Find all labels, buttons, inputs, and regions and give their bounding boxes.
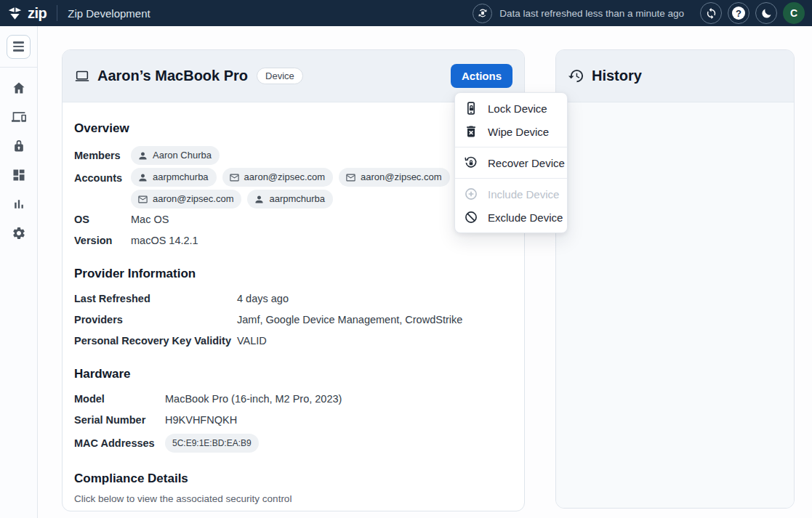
- zip-logo-icon: [7, 6, 23, 21]
- os-row: OS Mac OS: [74, 212, 512, 227]
- mail-icon: [137, 194, 148, 205]
- os-label: OS: [74, 212, 131, 227]
- account-chip[interactable]: aaron@zipsec.com: [339, 168, 449, 187]
- account-chip[interactable]: aarpmchurba: [131, 168, 217, 187]
- sidebar-toggle-button[interactable]: [7, 35, 31, 59]
- history-title: History: [592, 68, 642, 84]
- help-icon: ?: [732, 7, 745, 20]
- user-icon: [254, 194, 265, 205]
- mac-address-chip: 5C:E9:1E:BD:EA:B9: [165, 434, 259, 453]
- recover-device-icon: [464, 155, 478, 170]
- theme-toggle-button[interactable]: [755, 2, 777, 24]
- compliance-heading: Compliance Details: [74, 472, 512, 486]
- history-card: History: [555, 49, 795, 509]
- device-sync-icon: [473, 4, 492, 23]
- menu-item-wipe-device[interactable]: Wipe Device: [455, 120, 567, 143]
- sidebar-item-security[interactable]: [0, 131, 37, 161]
- mail-icon: [345, 172, 356, 183]
- actions-menu: Lock Device Wipe Device: [454, 92, 568, 233]
- brand-logo: zip: [7, 5, 47, 22]
- mac-addresses-label: MAC Addresses: [74, 436, 165, 450]
- page-title: Aaron’s MacBook Pro: [97, 68, 248, 84]
- brand-text: zip: [28, 5, 47, 22]
- include-device-icon: [464, 187, 478, 201]
- workspace-title: Zip Development: [68, 7, 150, 20]
- account-chip[interactable]: aaron@zipsec.com: [222, 168, 333, 187]
- sidebar-item-reports[interactable]: [0, 190, 37, 219]
- history-icon: [568, 68, 584, 84]
- account-chip[interactable]: aarpmchurba: [247, 190, 333, 209]
- mac-addresses-row: MAC Addresses 5C:E9:1E:BD:EA:B9: [74, 434, 512, 453]
- hardware-heading: Hardware: [74, 367, 512, 381]
- exclude-device-icon: [464, 210, 478, 224]
- version-row: Version macOS 14.2.1: [74, 233, 512, 248]
- hardware-row: Serial Number H9KVHFNQKH: [74, 413, 512, 427]
- mail-icon: [229, 172, 240, 183]
- bar-chart-icon: [12, 197, 26, 211]
- menu-item-recover-device[interactable]: Recover Device: [455, 151, 567, 174]
- overview-heading: Overview: [74, 121, 512, 136]
- compliance-note: Click below to view the associated secur…: [74, 493, 512, 504]
- provider-row: Personal Recovery Key Validity VALID: [74, 333, 512, 348]
- refresh-status-text: Data last refreshed less than a minute a…: [499, 8, 684, 19]
- refresh-status: Data last refreshed less than a minute a…: [473, 4, 684, 23]
- menu-item-exclude-device[interactable]: Exclude Device: [455, 206, 567, 229]
- lock-icon: [12, 139, 26, 153]
- sidebar-item-dashboard[interactable]: [0, 161, 37, 190]
- account-chip[interactable]: aaron@zipsec.com: [131, 190, 241, 209]
- provider-heading: Provider Information: [74, 267, 512, 281]
- laptop-icon: [74, 68, 90, 84]
- main-content: Aaron’s MacBook Pro Device Actions Overv…: [38, 26, 812, 518]
- members-label: Members: [74, 148, 131, 163]
- sidebar-item-settings[interactable]: [0, 219, 37, 248]
- os-value: Mac OS: [131, 212, 169, 227]
- navbar-divider: [57, 5, 57, 21]
- sidebar-item-home[interactable]: [0, 73, 37, 102]
- top-navbar: zip Zip Development Data last refreshed …: [0, 0, 812, 26]
- version-label: Version: [74, 233, 131, 248]
- user-icon: [137, 150, 148, 161]
- member-chip[interactable]: Aaron Churba: [131, 146, 220, 165]
- home-icon: [12, 81, 26, 95]
- provider-row: Providers Jamf, Google Device Management…: [74, 312, 512, 327]
- refresh-button[interactable]: [700, 2, 722, 24]
- user-icon: [137, 172, 148, 183]
- devices-icon: [12, 110, 26, 124]
- sidebar-header: [0, 26, 37, 68]
- dashboard-icon: [12, 168, 26, 182]
- sidebar-item-devices[interactable]: [0, 102, 37, 131]
- moon-icon: [760, 7, 773, 20]
- gear-icon: [12, 226, 26, 240]
- version-value: macOS 14.2.1: [131, 233, 198, 248]
- sidebar: [0, 26, 38, 518]
- menu-item-include-device: Include Device: [455, 182, 567, 206]
- device-type-badge: Device: [257, 68, 303, 84]
- help-button[interactable]: ?: [728, 2, 749, 24]
- wipe-device-icon: [464, 124, 478, 139]
- accounts-label: Accounts: [74, 168, 131, 185]
- history-card-header: History: [556, 50, 794, 102]
- accounts-row: Accounts aarpmchurba aaron@zipsec.com: [74, 168, 512, 209]
- history-empty-body: [556, 102, 794, 509]
- hardware-row: Model MacBook Pro (16-inch, M2 Pro, 2023…: [74, 392, 512, 406]
- lock-device-icon: [464, 101, 478, 116]
- actions-button[interactable]: Actions: [451, 64, 512, 88]
- members-row: Members Aaron Churba: [74, 146, 512, 165]
- user-avatar[interactable]: C: [783, 2, 805, 24]
- provider-row: Last Refreshed 4 days ago: [74, 291, 512, 306]
- menu-item-lock-device[interactable]: Lock Device: [455, 97, 567, 120]
- refresh-icon: [705, 7, 717, 20]
- menu-icon: [13, 41, 24, 43]
